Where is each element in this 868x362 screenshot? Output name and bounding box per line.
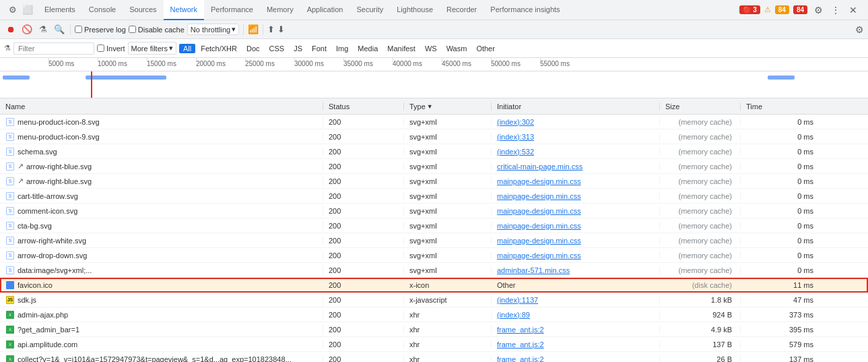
initiator-link[interactable]: mainpage-design.min.css	[497, 192, 581, 200]
filter-manifest[interactable]: Manifest	[383, 44, 420, 53]
filter-doc[interactable]: Doc	[242, 44, 264, 53]
table-row[interactable]: S comment-icon.svg 200 svg+xml mainpage-…	[0, 204, 868, 218]
column-name-header[interactable]: Name	[0, 102, 323, 111]
tab-application[interactable]: Application	[300, 0, 350, 20]
filter-input-container[interactable]	[13, 42, 94, 55]
table-row[interactable]: S arrow-drop-down.svg 200 svg+xml mainpa…	[0, 248, 868, 263]
tab-console[interactable]: Console	[82, 0, 123, 20]
initiator-link[interactable]: frame_ant.js:2	[497, 340, 544, 349]
clear-button[interactable]: 🚫	[20, 23, 34, 36]
cell-status: 200	[323, 281, 404, 289]
tab-network[interactable]: Network	[164, 0, 204, 20]
settings-icon[interactable]: ⚙	[811, 5, 825, 16]
initiator-link[interactable]: (index):313	[497, 133, 534, 141]
column-initiator-header[interactable]: Initiator	[492, 102, 660, 111]
table-row[interactable]: X admin-ajax.php 200 xhr (index):89 924 …	[0, 307, 868, 322]
table-row[interactable]: S schema.svg 200 svg+xml (index):532 (me…	[0, 144, 868, 159]
table-row[interactable]: X ?get_admin_bar=1 200 xhr frame_ant.js:…	[0, 322, 868, 337]
record-stop-button[interactable]: ⏺	[4, 23, 18, 36]
initiator-link[interactable]: critical-main-page.min.css	[497, 162, 582, 171]
cell-name: S ↗ arrow-right-blue.svg	[0, 177, 323, 186]
filter-other[interactable]: Other	[472, 44, 499, 53]
filter-fetch-xhr[interactable]: Fetch/XHR	[197, 44, 241, 53]
cell-time: 0 ms	[741, 251, 822, 260]
initiator-link[interactable]: adminbar-571.min.css	[497, 266, 570, 274]
cell-name: X api.amplitude.com	[0, 340, 323, 349]
table-row[interactable]: S menu-product-icon-9.svg 200 svg+xml (i…	[0, 129, 868, 144]
devtools-inspect-icon[interactable]: ⚙	[7, 4, 19, 16]
cell-status: 200	[323, 222, 404, 230]
network-settings-icon[interactable]: ⚙	[855, 24, 864, 35]
tab-recorder[interactable]: Recorder	[440, 0, 483, 20]
column-time-header[interactable]: Time	[741, 102, 822, 111]
cell-status: 200	[323, 148, 404, 156]
initiator-link[interactable]: (index):1137	[497, 296, 538, 304]
filter-font[interactable]: Font	[308, 44, 331, 53]
initiator-link[interactable]: (index):532	[497, 148, 534, 156]
table-row[interactable]: S cta-bg.svg 200 svg+xml mainpage-design…	[0, 218, 868, 233]
initiator-link[interactable]: (index):89	[497, 311, 530, 319]
disable-cache-checkbox[interactable]: Disable cache	[129, 26, 185, 34]
more-icon[interactable]: ⋮	[829, 5, 842, 16]
filter-wasm[interactable]: Wasm	[442, 44, 471, 53]
table-row[interactable]: favicon.ico 200 x-icon Other (disk cache…	[0, 278, 868, 293]
filter-css[interactable]: CSS	[265, 44, 289, 53]
table-row[interactable]: S arrow-right-white.svg 200 svg+xml main…	[0, 233, 868, 248]
close-icon[interactable]: ✕	[846, 5, 860, 16]
filter-input[interactable]	[18, 44, 86, 53]
column-size-header[interactable]: Size	[660, 102, 741, 111]
filter-all[interactable]: All	[179, 44, 195, 53]
tab-memory[interactable]: Memory	[260, 0, 300, 20]
preserve-log-checkbox[interactable]: Preserve log	[75, 26, 126, 34]
tab-elements[interactable]: Elements	[38, 0, 82, 20]
tab-security[interactable]: Security	[349, 0, 390, 20]
table-row[interactable]: JS sdk.js 200 x-javascript (index):1137 …	[0, 293, 868, 307]
filter-toggle-button[interactable]: ⚗	[36, 23, 50, 36]
table-row[interactable]: S ↗ arrow-right-blue.svg 200 svg+xml cri…	[0, 159, 868, 174]
throttle-select[interactable]: No throttling ▾	[187, 24, 239, 35]
upload-icon[interactable]: ⬆	[267, 24, 275, 34]
cell-name: S ↗ arrow-right-blue.svg	[0, 162, 323, 171]
initiator-link[interactable]: mainpage-design.min.css	[497, 177, 581, 185]
preserve-log-input[interactable]	[75, 26, 82, 33]
initiator-link[interactable]: mainpage-design.min.css	[497, 222, 581, 230]
cell-size: (disk cache)	[660, 281, 741, 289]
initiator-link[interactable]: frame_ant.js:2	[497, 326, 544, 334]
tab-lighthouse[interactable]: Lighthouse	[390, 0, 440, 20]
filter-ws[interactable]: WS	[421, 44, 441, 53]
devtools-device-icon[interactable]: ⬜	[22, 4, 34, 16]
table-row[interactable]: S cart-title-arrow.svg 200 svg+xml mainp…	[0, 189, 868, 204]
invert-input[interactable]	[97, 44, 104, 52]
cell-time: 0 ms	[741, 222, 822, 230]
filter-img[interactable]: Img	[332, 44, 352, 53]
tab-performance[interactable]: Performance	[204, 0, 260, 20]
initiator-link[interactable]: frame_ant.js:2	[497, 355, 544, 363]
table-row[interactable]: S data:image/svg+xml;... 200 svg+xml adm…	[0, 263, 868, 278]
filter-media[interactable]: Media	[354, 44, 382, 53]
disable-cache-label: Disable cache	[138, 26, 185, 34]
table-row[interactable]: X api.amplitude.com 200 xhr frame_ant.js…	[0, 337, 868, 352]
initiator-link[interactable]: mainpage-design.min.css	[497, 237, 581, 245]
invert-checkbox[interactable]: Invert	[97, 44, 125, 53]
disable-cache-input[interactable]	[129, 26, 136, 33]
column-status-header[interactable]: Status	[323, 102, 404, 111]
cell-name: JS sdk.js	[0, 295, 323, 305]
search-button[interactable]: 🔍	[53, 23, 66, 36]
filter-js[interactable]: JS	[290, 44, 306, 53]
cell-initiator: adminbar-571.min.css	[492, 266, 660, 274]
tab-performance-insights[interactable]: Performance insights	[483, 0, 566, 20]
initiator-link[interactable]: mainpage-design.min.css	[497, 207, 581, 215]
initiator-link[interactable]: (index):302	[497, 118, 534, 126]
table-row[interactable]: X collect?v=1&_v=j101&a=1572947973&t=pag…	[0, 352, 868, 362]
cell-status: 200	[323, 118, 404, 126]
file-name: favicon.ico	[18, 281, 53, 289]
table-row[interactable]: S ↗ arrow-right-blue.svg 200 svg+xml mai…	[0, 174, 868, 189]
initiator-link[interactable]: mainpage-design.min.css	[497, 251, 581, 260]
wifi-icon: 📶	[248, 24, 259, 34]
download-icon[interactable]: ⬇	[277, 24, 285, 34]
tab-sources[interactable]: Sources	[123, 0, 163, 20]
column-type-header[interactable]: Type ▼	[404, 102, 492, 111]
more-filters-button[interactable]: More filters ▾	[128, 42, 176, 55]
table-row[interactable]: S menu-product-icon-8.svg 200 svg+xml (i…	[0, 115, 868, 129]
ruler-mark-15000: 15000 ms	[147, 58, 176, 71]
